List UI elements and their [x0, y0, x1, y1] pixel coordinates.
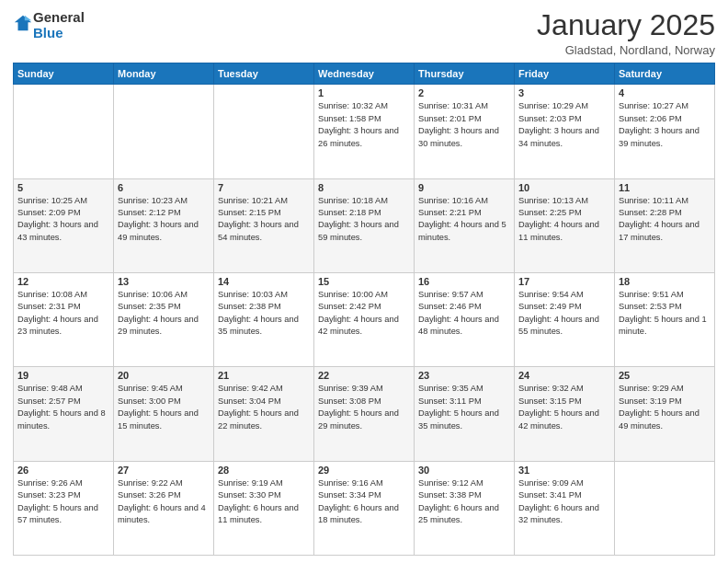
day-info: Sunrise: 10:11 AM Sunset: 2:28 PM Daylig… [619, 195, 711, 245]
col-saturday: Saturday [615, 63, 715, 85]
day-number: 29 [318, 465, 410, 476]
table-row: 8Sunrise: 10:18 AM Sunset: 2:18 PM Dayli… [314, 178, 415, 272]
page-header: General Blue January 2025 Gladstad, Nord… [13, 9, 715, 57]
day-number: 25 [619, 370, 711, 381]
table-row: 28Sunrise: 9:19 AM Sunset: 3:30 PM Dayli… [214, 461, 314, 555]
table-row: 15Sunrise: 10:00 AM Sunset: 2:42 PM Dayl… [314, 272, 415, 366]
day-number: 24 [518, 370, 610, 381]
table-row: 12Sunrise: 10:08 AM Sunset: 2:31 PM Dayl… [14, 272, 114, 366]
table-row: 13Sunrise: 10:06 AM Sunset: 2:35 PM Dayl… [114, 272, 214, 366]
svg-marker-1 [25, 16, 31, 21]
table-row: 18Sunrise: 9:51 AM Sunset: 2:53 PM Dayli… [615, 272, 715, 366]
day-number: 17 [518, 276, 610, 287]
col-wednesday: Wednesday [314, 63, 415, 85]
col-sunday: Sunday [14, 63, 114, 85]
table-row: 10Sunrise: 10:13 AM Sunset: 2:25 PM Dayl… [515, 178, 615, 272]
day-info: Sunrise: 9:12 AM Sunset: 3:38 PM Dayligh… [418, 477, 510, 527]
col-friday: Friday [515, 63, 615, 85]
day-info: Sunrise: 10:27 AM Sunset: 2:06 PM Daylig… [619, 100, 711, 150]
table-row: 16Sunrise: 9:57 AM Sunset: 2:46 PM Dayli… [415, 272, 515, 366]
table-row: 26Sunrise: 9:26 AM Sunset: 3:23 PM Dayli… [14, 461, 114, 555]
table-row: 4Sunrise: 10:27 AM Sunset: 2:06 PM Dayli… [615, 85, 715, 178]
table-row: 20Sunrise: 9:45 AM Sunset: 3:00 PM Dayli… [114, 367, 214, 461]
table-row [114, 85, 214, 178]
day-info: Sunrise: 9:32 AM Sunset: 3:15 PM Dayligh… [518, 383, 610, 432]
table-row [214, 85, 314, 178]
table-row [14, 85, 114, 178]
table-row: 11Sunrise: 10:11 AM Sunset: 2:28 PM Dayl… [615, 178, 715, 272]
day-info: Sunrise: 9:51 AM Sunset: 2:53 PM Dayligh… [619, 289, 711, 339]
table-row: 14Sunrise: 10:03 AM Sunset: 2:38 PM Dayl… [214, 272, 314, 366]
col-thursday: Thursday [415, 63, 515, 85]
table-row: 27Sunrise: 9:22 AM Sunset: 3:26 PM Dayli… [114, 461, 214, 555]
table-row: 29Sunrise: 9:16 AM Sunset: 3:34 PM Dayli… [314, 461, 415, 555]
day-info: Sunrise: 9:54 AM Sunset: 2:49 PM Dayligh… [518, 289, 610, 339]
day-number: 14 [218, 276, 310, 287]
day-info: Sunrise: 9:29 AM Sunset: 3:19 PM Dayligh… [619, 383, 711, 432]
day-number: 2 [418, 87, 510, 98]
table-row: 17Sunrise: 9:54 AM Sunset: 2:49 PM Dayli… [515, 272, 615, 366]
day-info: Sunrise: 9:48 AM Sunset: 2:57 PM Dayligh… [17, 383, 109, 432]
day-number: 7 [218, 182, 310, 193]
day-info: Sunrise: 9:42 AM Sunset: 3:04 PM Dayligh… [218, 383, 310, 432]
day-number: 10 [518, 182, 610, 193]
day-info: Sunrise: 9:39 AM Sunset: 3:08 PM Dayligh… [318, 383, 410, 432]
day-info: Sunrise: 10:29 AM Sunset: 2:03 PM Daylig… [518, 100, 610, 150]
day-number: 18 [619, 276, 711, 287]
day-number: 12 [17, 276, 109, 287]
day-info: Sunrise: 10:21 AM Sunset: 2:15 PM Daylig… [218, 195, 310, 245]
table-row: 3Sunrise: 10:29 AM Sunset: 2:03 PM Dayli… [515, 85, 615, 178]
table-row: 1Sunrise: 10:32 AM Sunset: 1:58 PM Dayli… [314, 85, 415, 178]
table-row: 23Sunrise: 9:35 AM Sunset: 3:11 PM Dayli… [415, 367, 515, 461]
day-number: 3 [518, 87, 610, 98]
day-info: Sunrise: 10:08 AM Sunset: 2:31 PM Daylig… [17, 289, 109, 339]
calendar-header-row: Sunday Monday Tuesday Wednesday Thursday… [14, 63, 715, 85]
day-number: 30 [418, 465, 510, 476]
calendar-week-row: 5Sunrise: 10:25 AM Sunset: 2:09 PM Dayli… [14, 178, 715, 272]
day-number: 4 [619, 87, 711, 98]
day-number: 6 [118, 182, 210, 193]
svg-marker-0 [15, 16, 31, 31]
day-info: Sunrise: 9:22 AM Sunset: 3:26 PM Dayligh… [118, 477, 210, 527]
table-row: 9Sunrise: 10:16 AM Sunset: 2:21 PM Dayli… [415, 178, 515, 272]
day-info: Sunrise: 10:06 AM Sunset: 2:35 PM Daylig… [118, 289, 210, 339]
day-number: 21 [218, 370, 310, 381]
calendar-week-row: 26Sunrise: 9:26 AM Sunset: 3:23 PM Dayli… [14, 461, 715, 555]
day-number: 22 [318, 370, 410, 381]
logo-icon [13, 14, 33, 34]
day-info: Sunrise: 10:32 AM Sunset: 1:58 PM Daylig… [318, 100, 410, 150]
table-row [615, 461, 715, 555]
day-info: Sunrise: 10:13 AM Sunset: 2:25 PM Daylig… [518, 195, 610, 245]
col-tuesday: Tuesday [214, 63, 314, 85]
logo-text-blue: Blue [33, 25, 85, 40]
title-block: January 2025 Gladstad, Nordland, Norway [537, 9, 715, 57]
day-info: Sunrise: 10:03 AM Sunset: 2:38 PM Daylig… [218, 289, 310, 339]
table-row: 22Sunrise: 9:39 AM Sunset: 3:08 PM Dayli… [314, 367, 415, 461]
day-number: 5 [17, 182, 109, 193]
table-row: 30Sunrise: 9:12 AM Sunset: 3:38 PM Dayli… [415, 461, 515, 555]
day-number: 13 [118, 276, 210, 287]
table-row: 7Sunrise: 10:21 AM Sunset: 2:15 PM Dayli… [214, 178, 314, 272]
calendar-table: Sunday Monday Tuesday Wednesday Thursday… [13, 63, 715, 556]
day-info: Sunrise: 10:16 AM Sunset: 2:21 PM Daylig… [418, 195, 510, 245]
day-number: 11 [619, 182, 711, 193]
day-info: Sunrise: 9:35 AM Sunset: 3:11 PM Dayligh… [418, 383, 510, 432]
day-info: Sunrise: 10:23 AM Sunset: 2:12 PM Daylig… [118, 195, 210, 245]
day-info: Sunrise: 10:25 AM Sunset: 2:09 PM Daylig… [17, 195, 109, 245]
table-row: 21Sunrise: 9:42 AM Sunset: 3:04 PM Dayli… [214, 367, 314, 461]
day-info: Sunrise: 9:16 AM Sunset: 3:34 PM Dayligh… [318, 477, 410, 527]
table-row: 6Sunrise: 10:23 AM Sunset: 2:12 PM Dayli… [114, 178, 214, 272]
day-info: Sunrise: 9:57 AM Sunset: 2:46 PM Dayligh… [418, 289, 510, 339]
day-number: 8 [318, 182, 410, 193]
day-info: Sunrise: 10:00 AM Sunset: 2:42 PM Daylig… [318, 289, 410, 339]
day-number: 9 [418, 182, 510, 193]
month-title: January 2025 [537, 9, 715, 41]
day-info: Sunrise: 10:31 AM Sunset: 2:01 PM Daylig… [418, 100, 510, 150]
day-number: 27 [118, 465, 210, 476]
table-row: 25Sunrise: 9:29 AM Sunset: 3:19 PM Dayli… [615, 367, 715, 461]
col-monday: Monday [114, 63, 214, 85]
calendar-week-row: 1Sunrise: 10:32 AM Sunset: 1:58 PM Dayli… [14, 85, 715, 178]
day-number: 26 [17, 465, 109, 476]
table-row: 19Sunrise: 9:48 AM Sunset: 2:57 PM Dayli… [14, 367, 114, 461]
day-number: 23 [418, 370, 510, 381]
